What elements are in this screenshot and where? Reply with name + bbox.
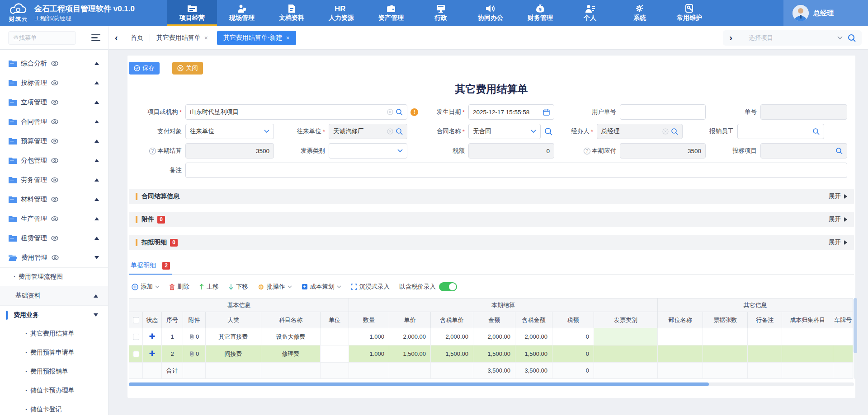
chevron-down-icon[interactable] bbox=[837, 36, 843, 40]
table-row-selected[interactable]: 2 0 间接费 修理费 1.000 1,500.00 1,500.00 1,50… bbox=[129, 345, 853, 363]
nav-item-collaboration[interactable]: 协同办公 bbox=[466, 0, 515, 26]
nav-item-admin[interactable]: 行政 bbox=[416, 0, 466, 26]
nav-item-hr[interactable]: HR 人力资源 bbox=[316, 0, 366, 26]
date-input[interactable]: 2025-12-17 15:55:58 bbox=[468, 104, 554, 120]
expand-control[interactable]: 展开 bbox=[829, 238, 847, 247]
eye-icon[interactable] bbox=[51, 177, 58, 182]
eye-icon[interactable] bbox=[51, 139, 58, 144]
contract-select[interactable]: 无合同 bbox=[468, 124, 541, 139]
sidebar-item-production[interactable]: 生产管理 bbox=[0, 209, 108, 228]
calendar-icon[interactable] bbox=[543, 109, 550, 116]
collapse-arrow-icon[interactable] bbox=[94, 62, 99, 65]
sidebar-item-expense-business[interactable]: 费用业务 bbox=[0, 305, 108, 324]
project-input[interactable]: 山东时代垦利项目 bbox=[185, 104, 407, 120]
nav-item-system[interactable]: 系统 bbox=[615, 0, 665, 26]
search-icon[interactable] bbox=[812, 128, 820, 135]
question-icon[interactable]: ? bbox=[584, 148, 590, 154]
close-tab-icon[interactable]: × bbox=[204, 34, 208, 42]
counterparty-input[interactable]: 天诚汽修厂 bbox=[329, 124, 407, 139]
sidebar-item-labor[interactable]: 劳务管理 bbox=[0, 170, 108, 190]
collapse-arrow-icon[interactable] bbox=[94, 178, 99, 182]
clear-icon[interactable] bbox=[662, 128, 669, 135]
nav-item-maintenance[interactable]: 常用维护 bbox=[665, 0, 714, 26]
move-down-button[interactable]: 下移 bbox=[228, 283, 248, 291]
tab-doc-detail[interactable]: 单据明细 2 bbox=[129, 258, 172, 274]
user-menu[interactable]: 总经理 bbox=[783, 0, 868, 26]
expand-control[interactable]: 展开 bbox=[829, 192, 847, 201]
sidebar-item-base-data[interactable]: 基础资料 bbox=[0, 286, 108, 305]
tab-other-expense-new[interactable]: 其它费用结算单-新建 × bbox=[217, 31, 296, 45]
user-doc-no-input[interactable] bbox=[620, 104, 706, 120]
select-all-checkbox[interactable] bbox=[133, 317, 139, 323]
nav-item-project-operation[interactable]: 项目经营 bbox=[167, 0, 217, 26]
chevron-down-icon[interactable] bbox=[397, 149, 403, 153]
eye-icon[interactable] bbox=[51, 61, 58, 66]
tab-other-expense[interactable]: 其它费用结算单 × bbox=[150, 31, 214, 45]
project-select[interactable] bbox=[743, 30, 862, 46]
collapse-arrow-icon[interactable] bbox=[94, 294, 98, 298]
section-attachments[interactable]: 附件 0 展开 bbox=[129, 212, 854, 227]
remark-input[interactable] bbox=[185, 163, 847, 178]
pay-target-select[interactable]: 往来单位 bbox=[185, 124, 274, 139]
add-button[interactable]: 添加 bbox=[132, 283, 160, 291]
sidebar-item-analysis[interactable]: 综合分析 bbox=[0, 54, 108, 73]
clear-icon[interactable] bbox=[387, 128, 393, 135]
sidebar-item-expense-budget-request[interactable]: · 费用预算申请单 bbox=[0, 343, 108, 362]
immersive-entry-button[interactable]: 沉浸式录入 bbox=[351, 283, 390, 291]
status-add-icon[interactable] bbox=[149, 333, 155, 339]
scrollbar-thumb[interactable] bbox=[129, 382, 709, 386]
section-contract-settlement[interactable]: 合同结算信息 展开 bbox=[129, 189, 854, 204]
eye-icon[interactable] bbox=[51, 119, 58, 124]
sidebar-item-expense-pre-reimburse[interactable]: · 费用预报销单 bbox=[0, 362, 108, 381]
nav-item-personal[interactable]: 个人 bbox=[565, 0, 615, 26]
sidebar-item-other-expense-settlement[interactable]: · 其它费用结算单 bbox=[0, 324, 108, 343]
sidebar-item-subcontract[interactable]: 分包管理 bbox=[0, 151, 108, 170]
eye-icon[interactable] bbox=[52, 255, 59, 260]
delete-button[interactable]: 删除 bbox=[169, 283, 189, 291]
sidebar-item-stored-card-preprocess[interactable]: · 储值卡预办理单 bbox=[0, 381, 108, 400]
batch-operation-button[interactable]: 批操作 bbox=[258, 283, 292, 291]
sidebar-item-bidding[interactable]: 投标管理 bbox=[0, 73, 108, 93]
chevron-down-icon[interactable] bbox=[264, 130, 269, 133]
eye-icon[interactable] bbox=[51, 80, 58, 85]
handler-input[interactable]: 总经理 bbox=[597, 124, 683, 139]
reimburser-input[interactable] bbox=[737, 124, 824, 139]
sidebar-item-contract[interactable]: 合同管理 bbox=[0, 112, 108, 131]
invoice-type-select[interactable] bbox=[329, 143, 407, 159]
expand-arrow-icon[interactable] bbox=[94, 256, 99, 259]
close-tab-icon[interactable]: × bbox=[286, 34, 290, 42]
search-icon[interactable] bbox=[847, 33, 856, 42]
eye-icon[interactable] bbox=[51, 100, 58, 105]
collapse-arrow-icon[interactable] bbox=[94, 217, 99, 220]
eye-icon[interactable] bbox=[51, 236, 58, 241]
sidebar-item-stored-card-register[interactable]: · 储值卡登记 bbox=[0, 400, 108, 415]
nav-item-site-management[interactable]: 现场管理 bbox=[217, 0, 267, 26]
search-icon[interactable] bbox=[671, 128, 678, 135]
tab-home[interactable]: 首页 bbox=[124, 31, 150, 45]
row-checkbox[interactable] bbox=[133, 334, 139, 340]
chevron-down-icon[interactable] bbox=[531, 130, 536, 133]
collapse-arrow-icon[interactable] bbox=[94, 120, 99, 123]
cost-plan-button[interactable]: 成本策划 bbox=[302, 283, 341, 291]
sidebar-item-expense[interactable]: 费用管理 bbox=[0, 248, 108, 267]
sidebar-item-project-approval[interactable]: 立项管理 bbox=[0, 93, 108, 112]
sidebar-item-material[interactable]: 材料管理 bbox=[0, 190, 108, 209]
collapse-arrow-icon[interactable] bbox=[94, 159, 99, 162]
bid-project-input[interactable] bbox=[760, 143, 847, 159]
clear-icon[interactable] bbox=[387, 109, 393, 115]
collapse-arrow-icon[interactable] bbox=[94, 140, 99, 143]
status-add-icon[interactable] bbox=[149, 350, 155, 356]
search-icon[interactable] bbox=[544, 127, 552, 135]
collapse-arrow-icon[interactable] bbox=[94, 198, 99, 201]
vertical-scrollbar[interactable] bbox=[854, 298, 857, 379]
expand-control[interactable]: 展开 bbox=[829, 215, 847, 224]
active-edit-cell[interactable] bbox=[321, 345, 349, 363]
eye-icon[interactable] bbox=[51, 216, 58, 221]
tabs-scroll-left-icon[interactable]: ‹ bbox=[108, 33, 124, 43]
sidebar-item-leasing[interactable]: 租赁管理 bbox=[0, 228, 108, 248]
scrollbar-thumb[interactable] bbox=[854, 298, 857, 353]
collapse-arrow-icon[interactable] bbox=[94, 101, 99, 104]
horizontal-scrollbar[interactable] bbox=[129, 382, 854, 386]
section-deduction-detail[interactable]: 扣抵明细 0 展开 bbox=[129, 235, 854, 250]
nav-item-finance[interactable]: ¥ 财务管理 bbox=[515, 0, 565, 26]
